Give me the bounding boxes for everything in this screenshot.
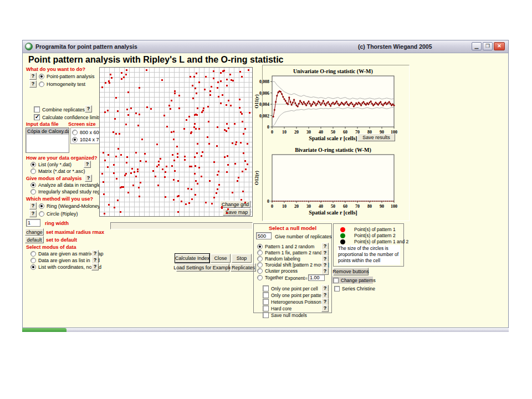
map-point	[240, 142, 242, 144]
map-point	[184, 159, 186, 161]
map-point	[127, 192, 129, 193]
radio-null-1[interactable]	[257, 250, 263, 255]
radio-1024x768[interactable]	[72, 137, 78, 142]
radio-homogeneity[interactable]	[39, 81, 44, 87]
map-point	[156, 166, 158, 167]
help-button[interactable]: ?	[84, 161, 91, 168]
help-button[interactable]: ?	[29, 202, 37, 209]
point-map[interactable]: Change grid Save map	[99, 67, 253, 217]
map-point	[209, 94, 211, 96]
checkbox-het-poisson[interactable]	[263, 299, 269, 305]
map-point	[228, 100, 229, 101]
default-button[interactable]: default	[25, 236, 44, 243]
map-point	[166, 126, 168, 127]
map-point	[164, 176, 166, 178]
map-point	[185, 203, 187, 205]
svg-text:0,002: 0,002	[259, 114, 269, 119]
map-point	[211, 203, 213, 204]
input-file-listbox[interactable]: Cópia de Caloxy.dat	[25, 127, 69, 153]
map-point	[122, 186, 124, 188]
radio-null-0[interactable]	[257, 244, 263, 249]
ring-width-input[interactable]	[26, 219, 40, 227]
radio-circle-method[interactable]	[39, 211, 44, 217]
map-point	[121, 72, 122, 74]
organized-title: How are your data organized?	[26, 155, 98, 161]
close-button[interactable]: Close	[211, 254, 231, 263]
pattern12-label: Point(s) of pattern 1 and 2	[354, 239, 408, 244]
checkbox-one-per-pattern[interactable]	[263, 292, 269, 298]
stop-button[interactable]: Stop	[232, 254, 252, 263]
radio-null-5[interactable]	[257, 275, 263, 280]
remove-buttons-button[interactable]: Remove buttons	[333, 268, 369, 275]
map-point	[234, 163, 236, 165]
map-point	[208, 143, 210, 145]
map-point	[139, 114, 140, 115]
help-button[interactable]: ?	[29, 80, 37, 88]
radio-null-3[interactable]	[257, 262, 263, 268]
map-point	[235, 144, 237, 145]
radio-null-2[interactable]	[257, 256, 263, 262]
map-point	[186, 119, 187, 121]
minimize-button[interactable]	[472, 42, 482, 50]
map-point	[103, 152, 104, 154]
checkbox-calc-confidence[interactable]	[34, 114, 40, 120]
help-button[interactable]: ?	[321, 305, 329, 312]
map-point	[194, 156, 196, 158]
checkbox-hard-core[interactable]	[263, 305, 269, 311]
radio-800x600[interactable]	[72, 130, 78, 135]
restore-button[interactable]	[483, 42, 493, 50]
map-point	[103, 193, 105, 195]
help-button[interactable]: ?	[85, 175, 92, 182]
map-point	[132, 185, 134, 186]
map-point	[195, 128, 197, 130]
map-point	[249, 112, 250, 114]
radio-point-pattern[interactable]	[39, 74, 44, 79]
map-point	[247, 163, 248, 165]
save-results-button[interactable]: Save results	[357, 134, 395, 141]
help-button[interactable]: ?	[91, 263, 99, 270]
radio-irregular[interactable]	[30, 189, 36, 195]
map-point	[220, 80, 222, 82]
map-point	[229, 74, 231, 75]
load-settings-button[interactable]: Load Settings for Example	[176, 263, 229, 272]
help-button[interactable]: ?	[85, 105, 92, 112]
replicates-button[interactable]: Replicates	[231, 263, 256, 272]
map-point	[217, 81, 219, 83]
start-button-edge[interactable]	[22, 328, 66, 332]
exponent-input[interactable]	[308, 274, 325, 281]
map-point	[126, 109, 128, 110]
window-title: Programita for point pattern analysis	[35, 43, 137, 50]
map-point	[191, 198, 193, 200]
map-point	[156, 144, 158, 145]
list-item-selected[interactable]: Cópia de Caloxy.dat	[26, 128, 69, 135]
map-point	[168, 105, 170, 106]
method-title: Which method will you use?	[26, 196, 93, 202]
map-point	[209, 90, 211, 92]
radio-null-4[interactable]	[257, 268, 263, 274]
checkbox-combine-replicates[interactable]	[34, 106, 40, 112]
calculate-index-button[interactable]: Calculate Index	[175, 254, 209, 263]
radio-list-grid[interactable]	[30, 258, 36, 263]
map-point	[113, 172, 115, 174]
radio-matrix-map[interactable]	[30, 251, 36, 257]
radio-matrix-format[interactable]	[30, 168, 36, 174]
help-button[interactable]: ?	[29, 210, 37, 217]
help-button[interactable]: ?	[29, 73, 37, 80]
map-point	[208, 121, 209, 122]
checkbox-change-patterns[interactable]	[333, 278, 339, 283]
map-point	[217, 126, 218, 128]
map-point	[188, 202, 190, 204]
checkbox-series-christine[interactable]	[334, 286, 340, 291]
screen-size-group: 800 x 600 1024 x 768	[70, 127, 101, 144]
checkbox-one-per-cell[interactable]	[263, 285, 269, 291]
radio-ring-method[interactable]	[39, 203, 44, 209]
map-point	[140, 160, 141, 162]
change-button[interactable]: change	[25, 228, 44, 236]
radio-list-format[interactable]	[30, 162, 36, 167]
radio-rectangle[interactable]	[30, 182, 36, 188]
replicates-input[interactable]	[256, 232, 272, 239]
close-icon[interactable]	[494, 42, 505, 50]
radio-coords[interactable]	[30, 264, 36, 270]
checkbox-save-null[interactable]	[263, 312, 269, 318]
radio-point-pattern-label: Point-pattern analysis	[47, 74, 95, 79]
